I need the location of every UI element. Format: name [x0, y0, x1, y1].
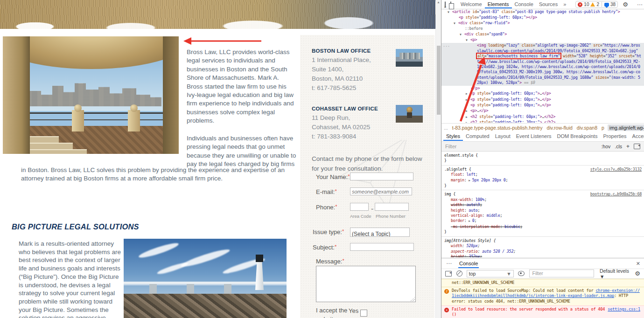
dom-tree-line[interactable]: ▼<p>	[441, 37, 644, 43]
office-address-line: Cohasset, MA 02025	[312, 123, 378, 132]
styles-pane[interactable]: element.style {}.alignleft {style.css?v……	[441, 152, 644, 257]
tab-computed[interactable]: Computed	[463, 132, 492, 141]
log-levels-dropdown[interactable]: Default levels ▼	[600, 268, 635, 279]
more-tabs-chevron[interactable]: »	[560, 0, 569, 8]
console-settings-icon[interactable]: ⚙	[635, 270, 640, 277]
inspect-element-icon[interactable]	[445, 1, 446, 8]
dom-tree-line[interactable]: ▶<p>…</p>	[441, 108, 644, 114]
drawer-menu-icon[interactable]: ⋯	[446, 260, 452, 267]
tab-console[interactable]: Console	[512, 0, 536, 8]
console-toolbar: top▼ Filter Default levels ▼ ⚙	[441, 269, 644, 279]
drawer-close-icon[interactable]: ✕	[636, 261, 640, 267]
toggle-classes[interactable]: .cls	[615, 144, 622, 149]
name-input[interactable]	[350, 173, 413, 180]
scrollbar-up-arrow[interactable]: ▲	[437, 0, 440, 4]
drawer-tab-console[interactable]: Console	[458, 259, 479, 268]
console-sidebar-icon[interactable]	[445, 271, 452, 277]
dom-tree-line[interactable]: <p style="padding-left: 60px;"></p>	[441, 15, 644, 20]
live-expression-icon[interactable]	[518, 271, 525, 276]
issue-type-select[interactable]: (Select a Topic)	[350, 228, 410, 237]
contact-sidebar: BOSTON LAW OFFICE 1 International Place,…	[300, 35, 434, 318]
dom-tree-line[interactable]: 1024x682.jpg 1024w, https://www.brosslaw…	[441, 64, 644, 69]
boston-office-block: BOSTON LAW OFFICE 1 International Place,…	[312, 48, 371, 93]
css-rule[interactable]: img[Attributes Style] {width: 528px;aspe…	[441, 237, 644, 257]
dom-tree-line[interactable]: slawllc.com/wp-content/uploads/2014/09/F…	[441, 48, 644, 54]
console-message[interactable]: ✕settings.css:1Failed to load resource: …	[441, 305, 644, 318]
clear-console-icon[interactable]	[456, 270, 462, 277]
hero-winter-marsh-photo	[0, 0, 436, 29]
css-rule[interactable]: element.style {}	[441, 152, 644, 166]
tab-sources[interactable]: Sources	[536, 0, 560, 8]
console-messages[interactable]: net::ERR_UNKNOWN_URL_SCHEME2DevTools fai…	[441, 279, 644, 318]
breadcrumb-item[interactable]: div.row-fluid	[547, 125, 573, 131]
dom-tree-line[interactable]: ...<img loading="lazy" class="alignleft …	[441, 43, 644, 48]
dom-tree-line[interactable]: ▶<h2 style="padding-left: 30px;">…</h2>	[441, 120, 644, 123]
dom-tree-line[interactable]: ▼<article id="post-83" class="post-83 pa…	[441, 9, 644, 15]
office-address-line: Boston, MA 02110	[312, 74, 371, 83]
dom-tree-line[interactable]: ▶<p style="padding-left: 60px;">…</p>	[441, 103, 644, 108]
tab-accessibility[interactable]: Accessibility	[630, 132, 644, 141]
accept-terms-checkbox[interactable]	[360, 310, 367, 317]
breadcrumb-item[interactable]: img.alignleft.wp-image-2062	[608, 124, 644, 131]
toggle-computed-sidebar-icon[interactable]	[634, 144, 640, 149]
tab-styles[interactable]: Styles	[443, 132, 463, 141]
css-rule[interactable]: img {bootstrap.c…b9d0a25b:68max-width: 1…	[441, 190, 644, 236]
device-toolbar-icon[interactable]	[450, 1, 451, 7]
tab-layout[interactable]: Layout	[492, 132, 513, 141]
styles-filter-input[interactable]: Filter	[445, 144, 601, 149]
dom-tree-line[interactable]: ▶<p style="padding-left: 60px;">…</p>	[441, 91, 644, 97]
dom-tree-line[interactable]: tps://www.brosslawllc.com/wp-content/upl…	[441, 59, 644, 64]
breadcrumb-item[interactable]: p	[602, 125, 604, 131]
elements-tree[interactable]: ▼<article id="post-83" class="post-83 pa…	[441, 9, 644, 123]
message-label: Message:*	[316, 258, 344, 265]
issues-badge-group[interactable]: ✕ 10 2 38	[575, 1, 618, 8]
console-filter-input[interactable]: Filter	[529, 270, 594, 277]
name-label: Your Name:*	[316, 173, 350, 180]
error-icon: ✕	[444, 308, 449, 312]
dom-tree-line[interactable]: ▶<p style="padding-left: 60px;">…</p>	[441, 97, 644, 103]
dom-tree-line[interactable]: 28px) 100vw, 528px"> == $0	[441, 80, 644, 85]
cohasset-office-block: COHASSET LAW OFFICE 11 Deep Run, Cohasse…	[312, 106, 378, 141]
breadcrumb-item[interactable]: div.span8	[577, 125, 597, 131]
scrollbar-thumb[interactable]	[437, 46, 441, 115]
settings-gear-icon[interactable]: ⚙	[623, 1, 628, 7]
source-location-link[interactable]: settings.css:1	[608, 307, 640, 312]
context-selector[interactable]: top▼	[467, 270, 514, 277]
devtools-toolbar: Welcome Elements Console Sources » ✕ 10 …	[441, 0, 644, 9]
webpage: Bross Law, LLC provides world-class lega…	[0, 0, 441, 318]
tab-dom-breakpoints[interactable]: DOM Breakpoints	[554, 132, 601, 141]
console-message[interactable]: 2DevTools failed to load SourceMap: Coul…	[441, 287, 644, 305]
breadcrumb-item[interactable]: t-83.page.type-page.status-publish.hentr…	[452, 125, 543, 131]
area-code-input[interactable]	[350, 203, 369, 211]
breadcrumb-item[interactable]: ...	[444, 125, 448, 131]
console-message[interactable]: net::ERR_UNKNOWN_URL_SCHEME	[441, 279, 644, 287]
message-textarea[interactable]	[316, 266, 416, 302]
photo-post	[72, 110, 84, 131]
accept-terms-label: I accept thewebsite Terms	[316, 306, 349, 318]
dom-tree-line[interactable]: ntent/uploads/2014/09/Fotolia_69429533_M…	[441, 75, 644, 80]
tab-event-listeners[interactable]: Event Listeners	[513, 132, 554, 141]
tab-elements[interactable]: Elements	[485, 0, 512, 8]
new-style-rule-button[interactable]: +	[626, 143, 630, 150]
dom-tree-line[interactable]: ▼<div class="span8">	[441, 32, 644, 37]
dom-tree-line[interactable]: ::before	[441, 26, 644, 31]
dom-tree-line[interactable]: </p>	[441, 86, 644, 91]
dom-tree-line[interactable]: ▼<div class="row-fluid">	[441, 21, 644, 26]
tab-welcome[interactable]: Welcome	[458, 0, 485, 8]
stylesheet-link[interactable]: style.css?v…d0a25b:3132	[590, 167, 642, 172]
phone-number-input[interactable]	[375, 203, 409, 211]
subject-label: Subject:*	[313, 244, 336, 251]
toggle-hover-state[interactable]: :hov	[601, 144, 610, 149]
boston-office-title: BOSTON LAW OFFICE	[312, 48, 371, 54]
dom-tree-line[interactable]: ▶<h2 style="padding-left: 60px;">…</h2>	[441, 114, 644, 120]
css-rule[interactable]: .alignleft {style.css?v…d0a25b:3132float…	[441, 166, 644, 191]
error-count: 10	[584, 2, 589, 7]
devtools-menu-icon[interactable]: ⋯	[637, 1, 643, 8]
stylesheet-link[interactable]: bootstrap.c…b9d0a25b:68	[590, 192, 642, 197]
repeat-count-badge: 2	[444, 289, 449, 294]
tab-properties[interactable]: Properties	[600, 132, 629, 141]
dom-tree-line[interactable]: alt="massachusetts business law firm" wi…	[441, 54, 644, 59]
email-input[interactable]	[350, 187, 412, 195]
dom-tree-line[interactable]: 9/Fotolia_69429533_M2-300x199.jpg 300w, …	[441, 69, 644, 75]
subject-input[interactable]	[350, 243, 414, 251]
